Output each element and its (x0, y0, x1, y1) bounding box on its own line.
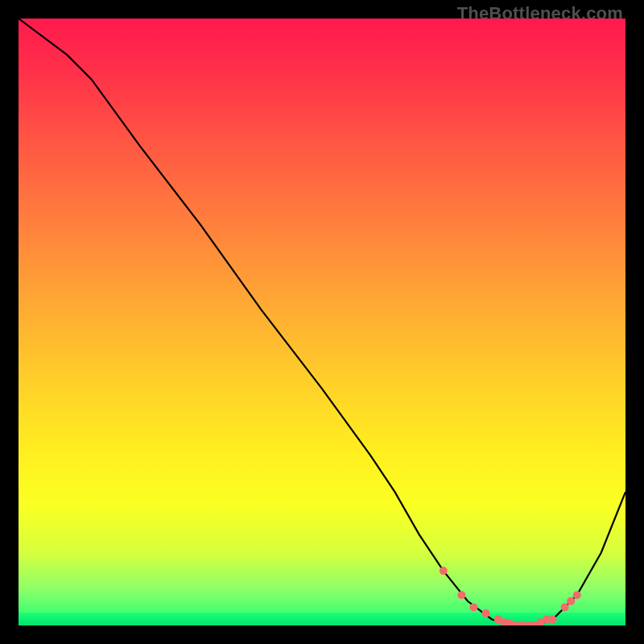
marker-dot (457, 591, 465, 599)
chart-svg (19, 19, 625, 625)
marker-dot (567, 597, 575, 605)
marker-dot (470, 603, 478, 611)
chart-frame: TheBottleneck.com (0, 0, 644, 644)
marker-dot (573, 591, 581, 599)
bottleneck-curve (19, 19, 625, 625)
baseline-band (19, 613, 625, 625)
plot-area (19, 19, 625, 625)
marker-dot (440, 567, 448, 575)
marker-dot (561, 603, 569, 611)
